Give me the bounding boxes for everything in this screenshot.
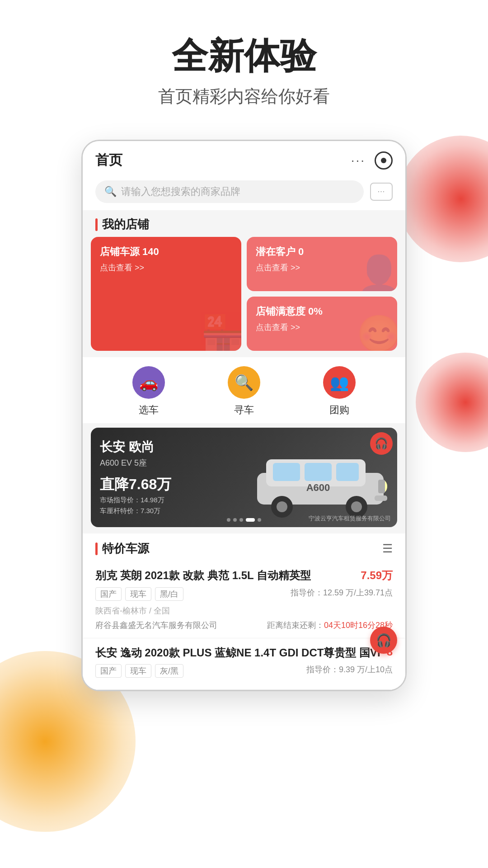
svg-point-8 [351, 501, 362, 512]
select-car-icon: 🚗 [132, 366, 165, 399]
car-0-location: 陕西省-榆林市 / 全国 [95, 605, 170, 616]
banner-dot-1 [227, 518, 230, 522]
bg-decoration-red-top [398, 136, 488, 262]
banner-dot-4 [246, 518, 255, 522]
quick-action-select-car[interactable]: 🚗 选车 [132, 366, 165, 417]
page-title: 全新体验 [0, 36, 488, 76]
store-section-title: 我的店铺 [102, 217, 149, 232]
car-1-tag-1: 现车 [125, 664, 151, 678]
quick-action-group-buy[interactable]: 👥 团购 [323, 366, 356, 417]
banner-pagination [227, 518, 261, 522]
store-card-satisfaction[interactable]: 店铺满意度 0% 点击查看 >> 😊 [247, 297, 397, 351]
select-car-label: 选车 [139, 403, 159, 417]
car-1-tags: 国产 现车 灰/黑 指导价：9.39 万/上10点 [95, 664, 393, 678]
topbar-title: 首页 [95, 151, 122, 170]
phone-mockup: 首页 ··· 🔍 请输入您想搜索的商家品牌 ··· 我的店铺 店铺车源 140 … [81, 140, 407, 691]
banner-dot-3 [239, 518, 243, 522]
banner-model: A600 EV 5座 [100, 458, 250, 468]
store-card-customers[interactable]: 潜在客户 0 点击查看 >> 👤 [247, 237, 397, 291]
store-card-cars[interactable]: 店铺车源 140 点击查看 >> 🏪 [91, 237, 241, 351]
car-0-dealer-row: 府谷县鑫盛无名汽车服务有限公司 距离结束还剩：04天10时16分28秒 [95, 620, 393, 631]
page-header: 全新体验 首页精彩内容给你好看 [0, 0, 488, 126]
car-1-tag-2: 灰/黑 [155, 664, 183, 678]
car-0-name: 别克 英朗 2021款 改款 典范 1.5L 自动精英型 [95, 568, 355, 582]
car-card-0-top: 别克 英朗 2021款 改款 典范 1.5L 自动精英型 7.59万 [95, 568, 393, 583]
store-card-cars-icon: 🏪 [201, 313, 241, 351]
car-0-tag-1: 现车 [125, 587, 151, 601]
svg-rect-2 [273, 463, 300, 481]
car-0-countdown: 距离结束还剩：04天10时16分28秒 [267, 620, 393, 631]
car-0-meta: 陕西省-榆林市 / 全国 [95, 605, 393, 616]
record-inner-dot [381, 158, 386, 163]
page-subtitle: 首页精彩内容给你好看 [0, 85, 488, 108]
car-0-price: 7.59万 [361, 568, 393, 583]
banner-brand: 长安 欧尚 [100, 439, 250, 456]
car-0-tag-2: 黑/白 [155, 587, 183, 601]
special-section-title: 特价车源 [102, 541, 149, 557]
store-card-cars-action: 点击查看 >> [100, 262, 232, 273]
svg-rect-10 [378, 480, 385, 493]
banner-car-image: A600 [248, 437, 393, 518]
special-cars-section: 特价车源 ☰ 别克 英朗 2021款 改款 典范 1.5L 自动精英型 7.59… [83, 533, 405, 690]
group-buy-label: 团购 [329, 403, 349, 417]
car-card-1[interactable]: 长安 逸动 2020款 PLUS 蓝鲸NE 1.4T GDI DCT尊贵型 国V… [83, 638, 405, 690]
svg-text:A600: A600 [306, 482, 330, 493]
store-card-satisfaction-icon: 😊 [357, 313, 397, 351]
svg-rect-4 [336, 463, 359, 481]
search-bar: 🔍 请输入您想搜索的商家品牌 ··· [83, 176, 405, 210]
app-topbar: 首页 ··· [83, 141, 405, 176]
banner-discount: 直降7.68万 [100, 475, 250, 495]
banner-content: 长安 欧尚 A600 EV 5座 直降7.68万 市场指导价：14.98万 车厘… [91, 428, 259, 527]
car-0-dealer: 府谷县鑫盛无名汽车服务有限公司 [95, 620, 217, 631]
floating-headset-icon: 🎧 [376, 633, 392, 648]
car-card-1-top: 长安 逸动 2020款 PLUS 蓝鲸NE 1.4T GDI DCT尊贵型 国V… [95, 646, 393, 660]
list-view-icon[interactable]: ☰ [382, 542, 393, 556]
banner-dot-5 [258, 518, 261, 522]
car-1-tag-0: 国产 [95, 664, 122, 678]
group-buy-icon: 👥 [323, 366, 356, 399]
banner-market-price: 市场指导价：14.98万 [100, 495, 250, 505]
special-section-header: 特价车源 ☰ [83, 533, 405, 561]
svg-rect-3 [305, 463, 332, 481]
car-card-0[interactable]: 别克 英朗 2021款 改款 典范 1.5L 自动精英型 7.59万 国产 现车… [83, 561, 405, 638]
topbar-icons: ··· [351, 151, 393, 170]
message-dots-icon: ··· [378, 188, 385, 196]
record-button[interactable] [375, 151, 393, 170]
search-input-wrap[interactable]: 🔍 请输入您想搜索的商家品牌 [95, 180, 364, 203]
find-car-label: 寻车 [234, 403, 254, 417]
message-button[interactable]: ··· [370, 183, 393, 201]
bg-decoration-red-mid [416, 353, 488, 452]
car-1-guide-price: 指导价：9.39 万/上10点 [306, 664, 393, 678]
banner-dot-2 [233, 518, 237, 522]
banner-special-price: 车厘杆特价：7.30万 [100, 505, 250, 516]
car-0-tags: 国产 现车 黑/白 指导价：12.59 万/上39.71点 [95, 587, 393, 601]
special-header-left: 特价车源 [95, 541, 149, 557]
search-icon: 🔍 [104, 186, 117, 198]
car-0-countdown-label: 距离结束还剩： [267, 621, 324, 630]
car-0-guide-price: 指导价：12.59 万/上39.71点 [291, 587, 393, 601]
car-1-name: 长安 逸动 2020款 PLUS 蓝鲸NE 1.4T GDI DCT尊贵型 国V… [95, 646, 381, 660]
quick-action-find-car[interactable]: 🔍 寻车 [228, 366, 260, 417]
store-card-customers-icon: 👤 [357, 253, 397, 291]
store-cards-grid: 店铺车源 140 点击查看 >> 🏪 潜在客户 0 点击查看 >> 👤 店铺满意… [83, 237, 405, 357]
store-card-cars-title: 店铺车源 140 [100, 245, 232, 259]
floating-headset-button[interactable]: 🎧 [370, 627, 397, 654]
svg-rect-11 [375, 495, 387, 501]
banner-car-promo[interactable]: 🎧 长安 欧尚 A600 EV 5座 直降7.68万 市场指导价：14.98万 … [91, 428, 397, 527]
special-section-bar [95, 542, 98, 555]
search-placeholder: 请输入您想搜索的商家品牌 [121, 185, 240, 198]
banner-prices: 市场指导价：14.98万 车厘杆特价：7.30万 [100, 495, 250, 516]
car-0-tag-0: 国产 [95, 587, 122, 601]
quick-actions: 🚗 选车 🔍 寻车 👥 团购 [83, 357, 405, 423]
section-bar-icon [95, 218, 98, 231]
banner-company: 宁波云亨汽车租赁服务有限公司 [309, 514, 391, 523]
more-icon[interactable]: ··· [351, 153, 366, 168]
find-car-icon: 🔍 [228, 366, 260, 399]
store-section-header: 我的店铺 [83, 210, 405, 237]
svg-point-6 [277, 501, 287, 512]
